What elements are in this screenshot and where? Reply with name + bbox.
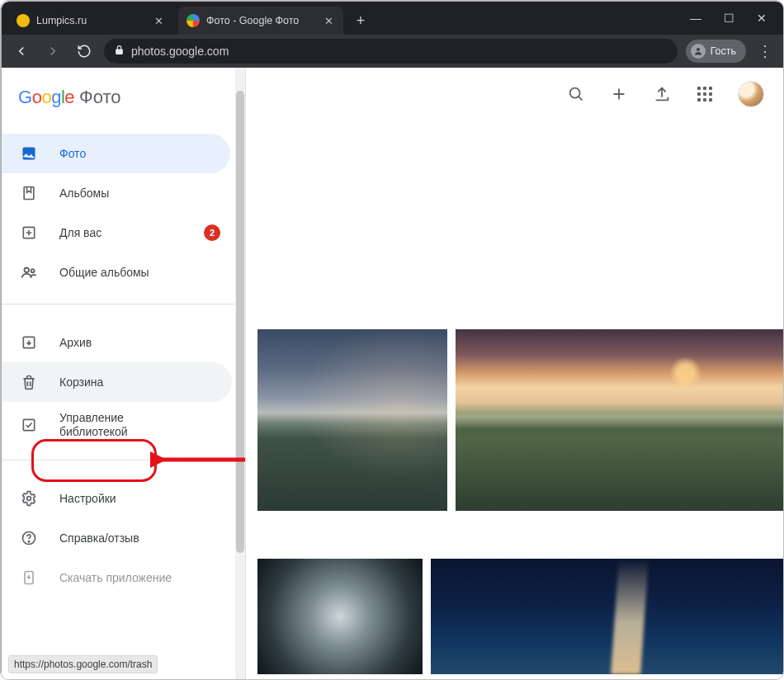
sidebar-item-albums[interactable]: Альбомы bbox=[2, 173, 245, 213]
new-tab-button[interactable]: + bbox=[348, 7, 373, 35]
check-box-icon bbox=[20, 416, 38, 434]
omnibox[interactable]: photos.google.com bbox=[104, 39, 678, 64]
sidebar-item-label: Настройки bbox=[59, 492, 116, 505]
sidebar-item-label: Управление библиотекой bbox=[59, 411, 175, 440]
svg-point-11 bbox=[28, 541, 29, 542]
sidebar: Google Фото Фото Альбомы bbox=[2, 68, 246, 680]
svg-point-6 bbox=[31, 269, 35, 272]
window-controls: — ☐ ✕ bbox=[673, 2, 784, 35]
sidebar-item-settings[interactable]: Настройки bbox=[2, 479, 245, 518]
sidebar-item-label: Общие альбомы bbox=[59, 266, 149, 279]
favicon-lumpics bbox=[17, 14, 30, 27]
account-avatar[interactable] bbox=[738, 81, 764, 107]
lock-icon bbox=[114, 45, 125, 58]
reload-button[interactable] bbox=[73, 40, 96, 63]
group-icon bbox=[20, 263, 38, 281]
svg-point-9 bbox=[27, 497, 31, 501]
status-link-preview: https://photos.google.com/trash bbox=[8, 655, 158, 673]
upload-button[interactable] bbox=[652, 84, 672, 104]
sidebar-item-label: Фото bbox=[59, 147, 86, 160]
tab-title: Lumpics.ru bbox=[36, 15, 145, 26]
sidebar-item-label: Корзина bbox=[59, 375, 103, 389]
archive-icon bbox=[20, 333, 38, 352]
apps-icon[interactable] bbox=[695, 84, 715, 104]
forward-button[interactable] bbox=[41, 40, 64, 63]
profile-avatar-icon bbox=[691, 44, 706, 59]
tab-title: Фото - Google Фото bbox=[206, 15, 315, 26]
sidebar-item-label: Скачать приложение bbox=[59, 571, 172, 584]
sidebar-item-shared[interactable]: Общие альбомы bbox=[2, 253, 245, 292]
sidebar-item-label: Для вас bbox=[59, 226, 102, 239]
download-icon bbox=[20, 569, 38, 587]
tab-lumpics[interactable]: Lumpics.ru ✕ bbox=[8, 7, 173, 35]
search-icon[interactable] bbox=[566, 84, 586, 104]
close-window-button[interactable]: ✕ bbox=[756, 12, 767, 25]
google-logo: Google bbox=[18, 87, 74, 108]
trash-icon bbox=[20, 373, 38, 391]
maximize-button[interactable]: ☐ bbox=[723, 12, 734, 25]
sidebar-item-label: Альбомы bbox=[59, 187, 109, 200]
profile-chip[interactable]: Гость bbox=[686, 40, 746, 63]
create-button[interactable] bbox=[609, 84, 629, 104]
sidebar-item-library-mgmt[interactable]: Управление библиотекой bbox=[2, 402, 245, 448]
back-button[interactable] bbox=[10, 40, 33, 63]
divider bbox=[2, 460, 245, 460]
sidebar-item-label: Справка/отзыв bbox=[59, 531, 139, 545]
notification-badge: 2 bbox=[204, 224, 220, 241]
sidebar-item-photos[interactable]: Фото bbox=[2, 134, 230, 173]
photo-thumbnail[interactable] bbox=[257, 559, 423, 674]
url-text: photos.google.com bbox=[131, 45, 229, 58]
app-logo-label: Фото bbox=[79, 87, 121, 108]
photo-thumbnail[interactable] bbox=[257, 329, 447, 511]
sidebar-item-trash[interactable]: Корзина bbox=[2, 362, 232, 402]
image-icon bbox=[20, 144, 38, 163]
browser-menu-button[interactable]: ⋮ bbox=[754, 42, 776, 60]
window-titlebar: Lumpics.ru ✕ Фото - Google Фото ✕ + — ☐ … bbox=[2, 2, 784, 35]
svg-point-1 bbox=[570, 87, 580, 97]
app-logo[interactable]: Google Фото bbox=[2, 68, 245, 127]
gear-icon bbox=[20, 489, 38, 508]
help-icon bbox=[20, 529, 38, 547]
sidebar-item-archive[interactable]: Архив bbox=[2, 323, 245, 362]
photo-grid bbox=[257, 134, 784, 680]
sidebar-item-for-you[interactable]: Для вас 2 bbox=[2, 213, 245, 253]
tab-google-photos[interactable]: Фото - Google Фото ✕ bbox=[178, 7, 343, 35]
close-icon[interactable]: ✕ bbox=[322, 14, 335, 27]
svg-rect-3 bbox=[24, 187, 34, 200]
svg-point-5 bbox=[25, 268, 30, 273]
photo-thumbnail[interactable] bbox=[431, 559, 784, 674]
bookmark-icon bbox=[20, 184, 38, 202]
svg-rect-8 bbox=[23, 419, 34, 430]
favicon-google-photos bbox=[187, 14, 200, 27]
plus-box-icon bbox=[20, 224, 38, 242]
svg-point-0 bbox=[697, 48, 700, 51]
sidebar-item-label: Архив bbox=[59, 336, 92, 349]
minimize-button[interactable]: — bbox=[690, 12, 701, 25]
divider bbox=[2, 304, 245, 305]
profile-label: Гость bbox=[711, 45, 736, 57]
photo-thumbnail[interactable] bbox=[456, 329, 784, 511]
close-icon[interactable]: ✕ bbox=[152, 14, 165, 27]
sidebar-item-help[interactable]: Справка/отзыв bbox=[2, 518, 245, 558]
sidebar-item-download-app[interactable]: Скачать приложение bbox=[2, 558, 245, 597]
address-bar: photos.google.com Гость ⋮ bbox=[2, 35, 784, 68]
